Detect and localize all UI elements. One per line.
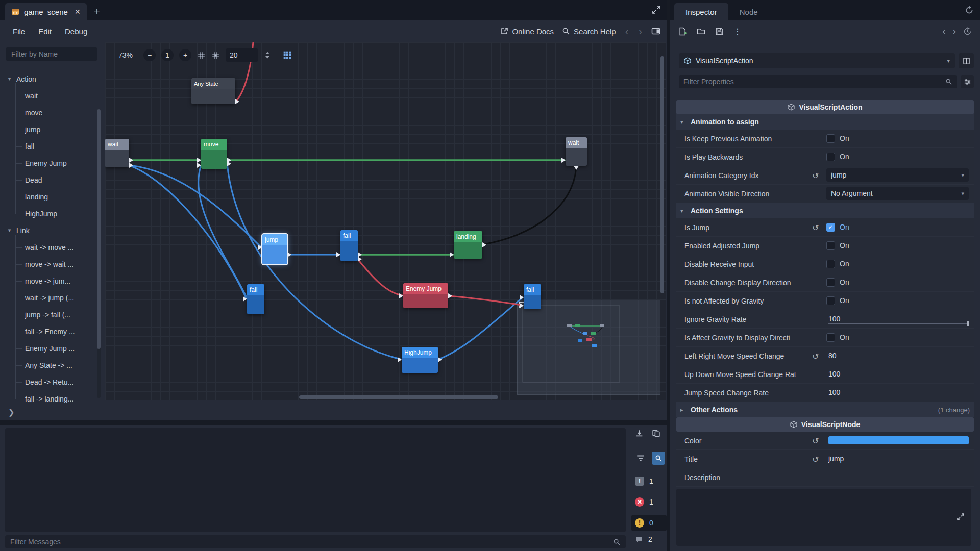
text-value[interactable]: jump [826, 455, 844, 463]
inspector-section-other-actions[interactable]: ▸Other Actions(1 change) [676, 402, 974, 417]
revert-icon[interactable]: ↺ [812, 436, 819, 445]
new-resource-icon[interactable] [678, 27, 687, 36]
tree-item-any-state[interactable]: Any State -> ... [12, 357, 99, 373]
tree-item-jump[interactable]: jump [12, 121, 99, 138]
save-output-icon[interactable] [635, 429, 644, 438]
canvas-vertical-scrollbar[interactable] [660, 56, 664, 293]
tree-item-enemy-jump[interactable]: Enemy Jump [12, 155, 99, 171]
history-forward-icon[interactable]: › [638, 26, 643, 37]
new-tab-button[interactable]: + [89, 3, 105, 19]
node-port[interactable] [129, 158, 133, 163]
zoom-out-button[interactable]: − [143, 49, 156, 61]
node-port[interactable] [574, 166, 579, 170]
filter-log-icon[interactable] [636, 454, 645, 463]
tree-scrollbar[interactable] [97, 109, 101, 398]
checkbox[interactable] [826, 278, 835, 287]
node-port[interactable] [243, 296, 247, 302]
tree-group-link[interactable]: ▾Link [6, 222, 99, 239]
node-port[interactable] [438, 357, 442, 362]
graph-node-wait[interactable]: wait [105, 139, 129, 167]
checkbox[interactable] [826, 134, 835, 143]
tree-item-landing[interactable]: landing [12, 188, 99, 205]
filter-properties-input[interactable] [683, 78, 945, 86]
number-value[interactable]: 80 [826, 352, 837, 360]
output-filter-info[interactable]: !1 [631, 473, 667, 489]
expand-dock-icon[interactable]: ❯ [8, 408, 15, 417]
collapse-arrow-icon[interactable]: ▾ [6, 227, 13, 234]
node-port[interactable] [197, 158, 201, 163]
menu-file[interactable]: File [6, 23, 32, 39]
tree-item-wait-jump[interactable]: wait -> jump (... [12, 289, 99, 306]
number-value[interactable]: 100 [826, 388, 840, 396]
node-port[interactable] [520, 295, 524, 300]
node-port[interactable] [398, 357, 402, 362]
open-docs-button[interactable] [959, 53, 974, 68]
toggle-panel-icon[interactable] [651, 27, 660, 35]
output-filter-error[interactable]: ✕1 [631, 494, 667, 510]
tab-close-icon[interactable]: ✕ [75, 8, 81, 16]
snap-step-input[interactable] [230, 51, 250, 59]
node-port[interactable] [336, 252, 340, 257]
resource-menu-icon[interactable]: ⋮ [733, 27, 742, 36]
node-port[interactable] [450, 252, 454, 257]
panel-options-icon[interactable] [965, 6, 974, 15]
graph-node-any-state[interactable]: Any State [191, 78, 235, 104]
node-port[interactable] [358, 257, 362, 262]
filter-by-name-input[interactable] [6, 47, 97, 61]
spinner-arrows-icon[interactable] [264, 51, 271, 59]
next-object-icon[interactable]: › [953, 26, 956, 37]
node-port[interactable] [197, 163, 201, 168]
revert-icon[interactable]: ↺ [812, 454, 819, 464]
checkbox[interactable] [826, 153, 835, 161]
tree-item-dead[interactable]: Dead [12, 171, 99, 188]
collapse-arrow-icon[interactable]: ▾ [6, 76, 13, 82]
graph-node-landing[interactable]: landing [454, 231, 482, 259]
search-help-button[interactable]: Search Help [562, 27, 616, 36]
search-log-button[interactable] [652, 452, 665, 465]
snap-toggle-icon[interactable] [197, 51, 206, 60]
tree-item-fall[interactable]: fall [12, 138, 99, 155]
node-port[interactable] [129, 163, 133, 168]
inspector-section-action-settings[interactable]: ▾Action Settings [676, 203, 974, 218]
slider-value[interactable]: 100 [826, 315, 840, 323]
checkbox[interactable] [826, 333, 835, 342]
expand-editor-icon[interactable] [651, 5, 662, 15]
slider-track[interactable] [828, 323, 969, 324]
tree-item-jump-fall[interactable]: jump -> fall (... [12, 306, 99, 323]
menu-edit[interactable]: Edit [32, 23, 58, 39]
number-value[interactable]: 100 [826, 370, 840, 378]
checkbox[interactable] [826, 241, 835, 250]
color-swatch[interactable] [828, 436, 969, 444]
copy-output-icon[interactable] [652, 429, 660, 438]
graph-node-move[interactable]: move [201, 139, 227, 169]
prev-object-icon[interactable]: ‹ [942, 26, 945, 37]
tab-node[interactable]: Node [728, 3, 769, 20]
node-port[interactable] [287, 252, 291, 257]
node-port[interactable] [561, 158, 566, 163]
node-port[interactable] [235, 99, 239, 104]
tree-item-highjump[interactable]: HighJump [12, 205, 99, 222]
graph-node-highjump[interactable]: HighJump [402, 347, 438, 373]
node-port[interactable] [520, 303, 524, 308]
inspector-section-animation-to-assign[interactable]: ▾Animation to assign [676, 114, 974, 130]
revert-icon[interactable]: ↺ [812, 170, 819, 180]
filter-options-button[interactable] [961, 75, 974, 88]
menu-debug[interactable]: Debug [58, 23, 94, 39]
scene-tab[interactable]: game_scene ✕ [5, 3, 87, 20]
graph-canvas[interactable]: Any StatewaitmovejumpfalllandingEnemy Ju… [105, 42, 666, 400]
zoom-reset-button[interactable]: 1 [161, 49, 174, 61]
online-docs-button[interactable]: Online Docs [500, 27, 554, 36]
node-port[interactable] [227, 161, 231, 166]
output-log-area[interactable] [5, 428, 626, 532]
tree-item-move[interactable]: move [12, 104, 99, 121]
tree-item-wait-move[interactable]: wait -> move ... [12, 239, 99, 256]
tree-item-move-jum[interactable]: move -> jum... [12, 272, 99, 289]
layout-grid-icon[interactable] [283, 51, 292, 60]
checkbox[interactable]: ✓ [826, 223, 835, 232]
tree-item-fall-landing[interactable]: fall -> landing... [12, 390, 99, 405]
node-port[interactable] [258, 245, 262, 250]
filter-messages-input[interactable] [10, 538, 613, 546]
graph-node-wait[interactable]: wait [566, 137, 587, 166]
description-editor[interactable] [676, 489, 971, 546]
expand-description-icon[interactable] [956, 512, 965, 521]
